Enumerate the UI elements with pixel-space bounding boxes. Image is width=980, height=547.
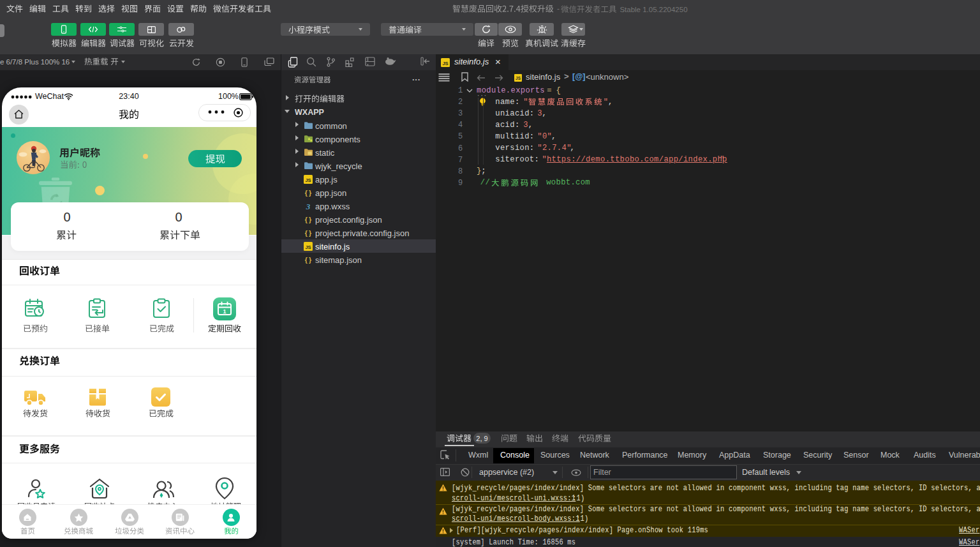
svg-text:1: 1 xyxy=(223,308,226,315)
svg-text:JS: JS xyxy=(305,177,311,183)
svg-text:3: 3 xyxy=(306,202,311,211)
svg-text:{ }: { } xyxy=(305,216,311,223)
svg-text:JS: JS xyxy=(442,61,448,66)
svg-text:JS: JS xyxy=(516,76,521,80)
svg-text:{ }: { } xyxy=(305,256,311,264)
svg-text:{ }: { } xyxy=(305,229,311,237)
svg-text:{ }: { } xyxy=(305,189,311,197)
svg-text:JS: JS xyxy=(305,244,311,250)
